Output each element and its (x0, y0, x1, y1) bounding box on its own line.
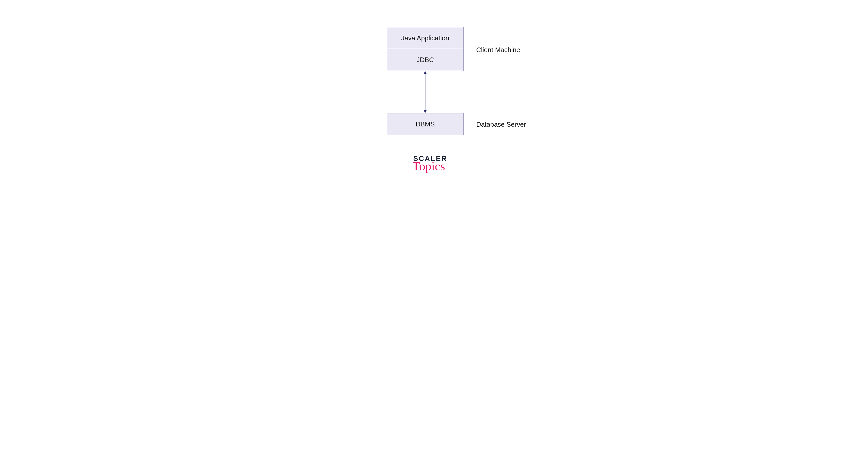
scaler-topics-logo: SCALER Topics (409, 154, 452, 173)
dbms-box: DBMS (387, 113, 463, 135)
jdbc-label: JDBC (416, 56, 434, 64)
client-machine-label: Client Machine (476, 46, 520, 54)
database-server-label: Database Server (476, 121, 526, 128)
diagram-canvas: Java Application JDBC DBMS Client Machin… (245, 0, 623, 207)
svg-marker-2 (424, 110, 427, 113)
java-application-label: Java Application (401, 34, 449, 42)
java-application-box: Java Application (387, 27, 463, 49)
double-arrow-icon (423, 71, 428, 113)
svg-marker-1 (424, 71, 427, 74)
dbms-label: DBMS (415, 120, 435, 128)
jdbc-box: JDBC (387, 49, 463, 71)
